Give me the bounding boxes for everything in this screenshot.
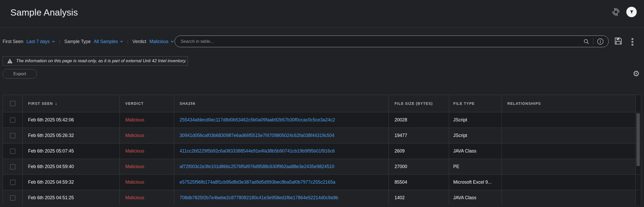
verdict-value: Malicious <box>125 180 144 185</box>
table-row[interactable]: Feb 6th 2025 05:26:32 Malicious 30941d05… <box>3 128 641 143</box>
column-header-file-type[interactable]: File Type <box>449 95 502 112</box>
samples-table: First Seen ↓ Verdict SHA256 File Size (B… <box>3 95 641 205</box>
cell-sha256: 255434afdecd0ec117d8d0b53462c5b0a09faab9… <box>174 112 389 128</box>
row-checkbox[interactable] <box>10 149 15 154</box>
more-options-button[interactable] <box>630 37 635 47</box>
cell-relationships <box>502 128 636 143</box>
file-size-value: 2609 <box>395 148 405 154</box>
cell-relationships <box>502 143 636 159</box>
filter-first-seen-value: Last 7 days <box>27 39 50 44</box>
sha256-link[interactable]: 30941d056caf03b6830987e6ad66f5515e7f4709… <box>180 133 334 138</box>
column-header-label: File Type <box>453 101 475 106</box>
sha256-link[interactable]: 708db7825f2b7e4bebe2c8778082180c41e3e958… <box>180 195 338 201</box>
cell-file-type: JAVA Class <box>449 190 502 205</box>
file-type-value: JAVA Class <box>453 195 476 201</box>
chevron-down-icon <box>120 40 123 43</box>
verdict-value: Malicious <box>125 164 144 169</box>
filter-sample-type-value: All Samples <box>94 39 118 44</box>
info-icon[interactable] <box>597 38 604 45</box>
cell-file-type: Microsoft Excel 9... <box>449 175 502 190</box>
file-size-value: 19477 <box>395 133 407 138</box>
cell-first-seen: Feb 6th 2025 05:42:06 <box>23 112 120 128</box>
filter-sample-type-label: Sample Type <box>64 39 91 44</box>
first-seen-value: Feb 6th 2025 05:07:45 <box>28 148 74 154</box>
search-divider <box>593 38 593 45</box>
search-input[interactable] <box>181 39 583 44</box>
cell-relationships <box>502 112 636 128</box>
export-button[interactable]: Export <box>3 69 37 79</box>
vertical-scrollbar-thumb[interactable] <box>636 113 640 166</box>
file-type-value: JScript <box>453 117 467 123</box>
cell-file-type: JScript <box>449 112 502 128</box>
filter-verdict-dropdown[interactable]: Malicious <box>149 39 174 44</box>
cell-file-size: 20028 <box>389 112 449 128</box>
sha256-link[interactable]: af72f003c2e3fe101d866c2576f5d976d9588c63… <box>180 164 334 169</box>
save-floppy-icon <box>614 37 623 45</box>
verdict-value: Malicious <box>125 117 144 123</box>
row-checkbox-cell <box>3 143 23 159</box>
table-row[interactable]: Feb 6th 2025 04:51:25 Malicious 708db782… <box>3 190 641 205</box>
cell-verdict: Malicious <box>120 112 174 128</box>
column-header-label: SHA256 <box>180 101 195 106</box>
readonly-notice-banner: The information on this page is read-onl… <box>3 56 188 66</box>
scrollbar-gutter <box>636 175 641 190</box>
cell-sha256: 708db7825f2b7e4bebe2c8778082180c41e3e958… <box>174 190 389 205</box>
auto-refresh-button[interactable] <box>611 7 621 17</box>
filter-first-seen-dropdown[interactable]: Last 7 days <box>27 39 55 44</box>
table-row[interactable]: Feb 6th 2025 05:07:45 Malicious 411cc2b5… <box>3 143 641 159</box>
row-checkbox-cell <box>3 128 23 143</box>
column-header-sha256[interactable]: SHA256 <box>174 95 389 112</box>
verdict-value: Malicious <box>125 195 144 201</box>
column-header-label: Verdict <box>125 101 144 106</box>
first-seen-value: Feb 6th 2025 04:51:25 <box>28 195 74 201</box>
kebab-menu-icon <box>630 37 635 47</box>
top-bar-actions <box>611 7 637 17</box>
sample-analysis-page: { "page": { "title": "Sample Analysis" }… <box>0 0 644 207</box>
cell-file-size: 19477 <box>389 128 449 143</box>
filter-funnel-icon <box>629 10 634 14</box>
column-header-file-size[interactable]: File Size (Bytes) <box>389 95 449 112</box>
table-row[interactable]: Feb 6th 2025 05:42:06 Malicious 255434af… <box>3 112 641 128</box>
warning-triangle-icon <box>7 58 13 64</box>
cell-file-size: 2609 <box>389 143 449 159</box>
column-header-relationships[interactable]: Relationships <box>502 95 636 112</box>
sort-desc-icon: ↓ <box>55 101 57 106</box>
gear-icon: ⚙ <box>633 70 640 78</box>
column-header-first-seen[interactable]: First Seen ↓ <box>23 95 120 112</box>
filter-sample-type-dropdown[interactable]: All Samples <box>94 39 123 44</box>
file-type-value: JScript <box>453 133 467 138</box>
table-row[interactable]: Feb 6th 2025 04:59:40 Malicious af72f003… <box>3 159 641 174</box>
sha256-link[interactable]: 411cc2b5229f5b92c6a0833388544e91e4fa38b5… <box>180 148 335 154</box>
row-checkbox[interactable] <box>10 164 15 169</box>
column-header-label: File Size (Bytes) <box>395 101 433 106</box>
first-seen-value: Feb 6th 2025 05:42:06 <box>28 117 74 123</box>
scrollbar-gutter <box>636 190 641 205</box>
user-avatar[interactable] <box>626 7 637 17</box>
row-checkbox[interactable] <box>10 133 15 138</box>
row-checkbox[interactable] <box>10 180 15 185</box>
chevron-down-icon <box>171 40 174 43</box>
save-view-button[interactable] <box>614 37 623 45</box>
chevron-down-icon <box>52 40 55 43</box>
cell-verdict: Malicious <box>120 190 174 205</box>
sha256-link[interactable]: e57525f96fb174a8f1cb95d8d3e387ad9d5d993b… <box>180 180 335 185</box>
verdict-value: Malicious <box>125 133 144 138</box>
sha256-link[interactable]: 255434afdecd0ec117d8d0b53462c5b0a09faab9… <box>180 117 335 123</box>
scrollbar-gutter <box>636 95 641 112</box>
filter-bar: First Seen Last 7 days Sample Type All S… <box>3 36 174 47</box>
row-checkbox[interactable] <box>10 195 15 201</box>
table-row[interactable]: Feb 6th 2025 04:59:32 Malicious e57525f9… <box>3 174 641 190</box>
row-checkbox[interactable] <box>10 118 15 123</box>
top-bar: Sample Analysis <box>0 0 644 28</box>
table-settings-button[interactable]: ⚙ <box>632 69 641 78</box>
search-icon[interactable] <box>583 38 589 45</box>
select-all-checkbox[interactable] <box>10 101 15 106</box>
filter-separator <box>60 39 60 44</box>
cell-first-seen: Feb 6th 2025 05:07:45 <box>23 143 120 159</box>
filter-first-seen-label: First Seen <box>3 39 23 44</box>
cell-verdict: Malicious <box>120 128 174 143</box>
cell-file-type: JAVA Class <box>449 143 502 159</box>
file-type-value: Microsoft Excel 9... <box>453 180 492 185</box>
cell-first-seen: Feb 6th 2025 04:51:25 <box>23 190 120 205</box>
column-header-verdict[interactable]: Verdict <box>120 95 174 112</box>
